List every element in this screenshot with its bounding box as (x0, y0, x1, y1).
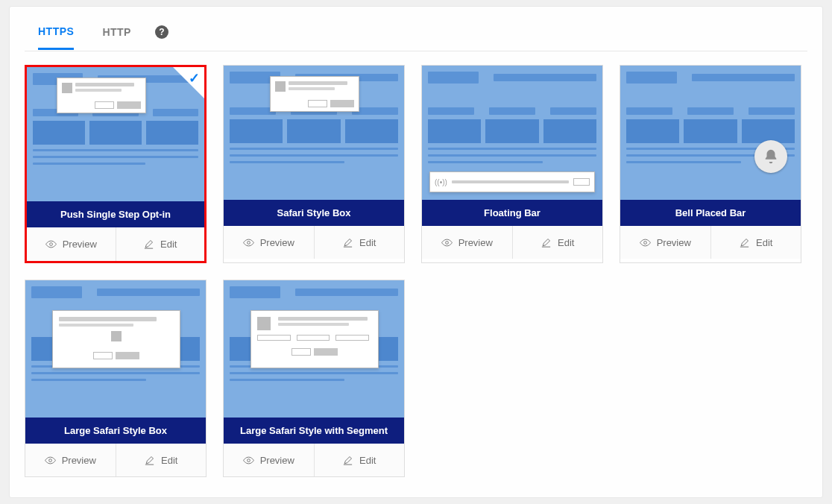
tab-https[interactable]: HTTPS (38, 15, 74, 50)
tab-http[interactable]: HTTP (102, 16, 131, 48)
dialog-large-segment-icon (250, 310, 379, 368)
template-title: Large Safari Style with Segment (224, 418, 404, 444)
template-title: Safari Style Box (224, 200, 404, 226)
svg-point-1 (247, 241, 250, 244)
template-card-push-single-step[interactable]: Push Single Step Opt-in Preview Edit (25, 65, 207, 263)
preview-button[interactable]: Preview (224, 444, 314, 476)
template-thumbnail (224, 66, 404, 200)
preview-label: Preview (657, 237, 691, 248)
template-actions: Preview Edit (224, 444, 404, 476)
edit-label: Edit (756, 237, 772, 248)
edit-button[interactable]: Edit (116, 444, 207, 476)
template-title: Bell Placed Bar (620, 200, 801, 226)
preview-label: Preview (63, 239, 97, 250)
pencil-icon (342, 455, 353, 466)
edit-label: Edit (161, 455, 177, 466)
edit-label: Edit (359, 237, 376, 248)
edit-button[interactable]: Edit (314, 444, 405, 476)
dialog-small-icon (57, 78, 146, 113)
pencil-icon (739, 237, 750, 248)
eye-icon (45, 455, 56, 466)
template-title: Push Single Step Opt-in (27, 201, 204, 227)
template-grid: Push Single Step Opt-in Preview Edit (25, 65, 807, 477)
template-title: Large Safari Style Box (25, 418, 206, 444)
preview-label: Preview (62, 455, 96, 466)
template-card-large-safari-style-box[interactable]: Large Safari Style Box Preview Edit (25, 280, 207, 477)
template-panel: HTTPS HTTP ? Push Single Step Opt-in (9, 6, 823, 498)
eye-icon (243, 455, 254, 466)
dialog-center-icon (270, 76, 359, 112)
template-card-safari-style-box[interactable]: Safari Style Box Preview Edit (223, 65, 405, 263)
preview-label: Preview (260, 237, 294, 248)
template-actions: Preview Edit (224, 226, 404, 259)
template-thumbnail (620, 66, 801, 200)
eye-icon (640, 237, 651, 248)
template-thumbnail (224, 280, 404, 418)
eye-icon (243, 237, 254, 248)
edit-label: Edit (558, 237, 574, 248)
signal-icon: ((•)) (435, 178, 447, 186)
edit-button[interactable]: Edit (116, 227, 205, 261)
template-thumbnail (27, 67, 204, 201)
template-thumbnail: ((•)) (422, 66, 602, 200)
svg-point-5 (247, 459, 250, 462)
template-title: Floating Bar (422, 200, 602, 226)
floating-bar-icon: ((•)) (429, 171, 595, 192)
template-actions: Preview Edit (620, 226, 801, 259)
edit-button[interactable]: Edit (314, 226, 405, 259)
pencil-icon (143, 239, 154, 250)
dialog-large-icon (52, 310, 180, 368)
template-card-floating-bar[interactable]: ((•)) Floating Bar Preview Edit (421, 65, 603, 263)
svg-point-2 (445, 241, 448, 244)
preview-button[interactable]: Preview (422, 226, 512, 259)
template-actions: Preview Edit (422, 226, 602, 259)
eye-icon (45, 239, 57, 250)
edit-label: Edit (359, 455, 376, 466)
bell-icon (754, 140, 787, 173)
edit-button[interactable]: Edit (512, 226, 603, 259)
preview-label: Preview (260, 455, 294, 466)
template-card-bell-placed-bar[interactable]: Bell Placed Bar Preview Edit (620, 65, 801, 263)
eye-icon (441, 237, 453, 248)
svg-point-3 (643, 241, 646, 244)
edit-button[interactable]: Edit (710, 226, 801, 259)
preview-label: Preview (458, 237, 493, 248)
preview-button[interactable]: Preview (224, 226, 314, 259)
svg-point-0 (49, 243, 52, 246)
template-actions: Preview Edit (25, 444, 206, 476)
protocol-tabs: HTTPS HTTP ? (25, 13, 807, 51)
preview-button[interactable]: Preview (25, 444, 116, 476)
pencil-icon (541, 237, 552, 248)
pencil-icon (144, 455, 155, 466)
help-icon[interactable]: ? (155, 25, 168, 39)
template-actions: Preview Edit (27, 227, 204, 261)
edit-label: Edit (160, 239, 177, 250)
template-card-large-safari-style-segment[interactable]: Large Safari Style with Segment Preview … (223, 280, 405, 477)
pencil-icon (342, 237, 353, 248)
template-thumbnail (25, 280, 206, 418)
svg-point-4 (48, 459, 51, 462)
preview-button[interactable]: Preview (27, 227, 116, 261)
preview-button[interactable]: Preview (620, 226, 710, 259)
